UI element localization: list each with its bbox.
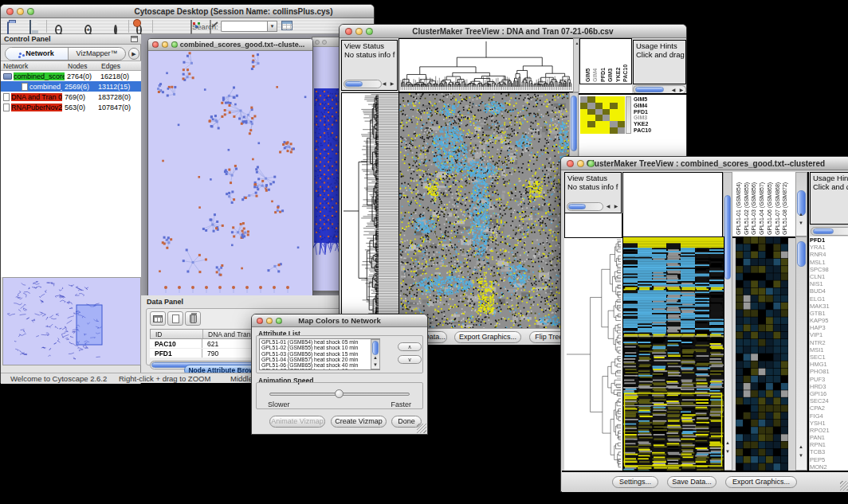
row-dendrogram[interactable]: [341, 92, 399, 330]
column-gene-label[interactable]: PFD1: [600, 68, 607, 82]
close-icon[interactable]: [567, 160, 574, 167]
row-gene-label[interactable]: YKE2: [634, 121, 685, 127]
tab-network[interactable]: Network: [6, 48, 69, 60]
row-gene-label[interactable]: PAC10: [634, 127, 685, 134]
gene-label[interactable]: MAK31: [810, 303, 848, 310]
close-icon[interactable]: [257, 318, 263, 324]
network-list-row[interactable]: RNAPuberNov2+|563(0)107847(0): [1, 102, 141, 112]
gene-label[interactable]: HAP3: [810, 324, 848, 331]
scrollbar-thumb[interactable]: [813, 229, 834, 234]
column-gene-label[interactable]: YKE2: [615, 68, 622, 82]
row-gene-label[interactable]: GIM3: [634, 115, 685, 121]
settings-button[interactable]: Settings...: [612, 476, 658, 488]
animate-vizmap-button[interactable]: Animate Vizmap: [269, 416, 325, 428]
matrix-cell[interactable]: [618, 96, 625, 103]
minimize-icon[interactable]: [355, 28, 363, 35]
matrix-cell[interactable]: [580, 109, 587, 115]
row-dendrogram[interactable]: [564, 238, 622, 471]
column-gene-label[interactable]: GIM4: [592, 68, 599, 82]
matrix-cell[interactable]: [587, 96, 595, 103]
save-data-button[interactable]: Save Data...: [667, 476, 716, 488]
attribute-list-item[interactable]: GPL51-06 (GSM865) heat shock 40 min: [261, 362, 379, 368]
gene-label[interactable]: PEP5: [810, 456, 848, 463]
search-input[interactable]: [221, 21, 267, 32]
matrix-cell[interactable]: [618, 121, 625, 127]
matrix-cell[interactable]: [610, 127, 617, 134]
scroll-down-icon[interactable]: [797, 220, 805, 227]
array-column-label[interactable]: GPL51-07 (GSM868): [775, 182, 781, 235]
scrollbar-thumb[interactable]: [571, 96, 577, 151]
detail-heatmap[interactable]: [736, 236, 788, 471]
move-up-button[interactable]: ∧: [398, 342, 422, 351]
gene-label[interactable]: PAN1: [810, 434, 848, 441]
gene-label[interactable]: PFD1: [810, 236, 848, 244]
tree-splitter[interactable]: [573, 38, 579, 92]
network-list-row[interactable]: combined_scores_2764(0)16218(0): [1, 71, 141, 81]
gene-label[interactable]: MSL1: [810, 259, 848, 266]
delete-attribute-icon-button[interactable]: [185, 311, 201, 326]
scroll-left-icon[interactable]: [380, 80, 388, 88]
view-status-hscrollbar[interactable]: [344, 80, 382, 88]
column-tree-area[interactable]: [622, 172, 723, 238]
column-gene-label[interactable]: GIM3: [607, 68, 614, 82]
array-column-label[interactable]: GPL51-04 (GSM857): [759, 182, 765, 235]
scroll-right-icon[interactable]: [388, 80, 396, 88]
col-edges[interactable]: Edges: [99, 61, 141, 70]
minimize-icon[interactable]: [322, 40, 327, 45]
minimize-icon[interactable]: [577, 160, 584, 167]
attribute-browser-icon[interactable]: [281, 21, 292, 30]
row-gene-label[interactable]: GIM5: [634, 96, 685, 103]
matrix-cell[interactable]: [603, 127, 610, 134]
matrix-cell[interactable]: [603, 96, 610, 103]
gene-label[interactable]: RPO21: [810, 427, 848, 434]
matrix-cell[interactable]: [580, 103, 587, 109]
export-graphics-button[interactable]: Export Graphics...: [454, 331, 521, 343]
maximize-icon[interactable]: [587, 160, 595, 167]
gene-label-list[interactable]: PFD1YRA1RNR4MSL1SPC98CLN1NIS1BUD4ELG1MAK…: [810, 236, 848, 471]
view-status-hscrollbar[interactable]: [567, 202, 603, 211]
maximize-icon[interactable]: [171, 41, 178, 48]
matrix-cell[interactable]: [595, 103, 603, 109]
attribute-list-item[interactable]: GPL51-07 (GSM868) heat shock 60 min: [261, 368, 379, 370]
gene-label[interactable]: RPN1: [810, 441, 848, 448]
matrix-cell[interactable]: [595, 127, 603, 134]
matrix-cell[interactable]: [618, 127, 625, 134]
network-graph-canvas[interactable]: [148, 51, 312, 297]
matrix-cell[interactable]: [618, 103, 625, 109]
gene-label[interactable]: HMG1: [810, 361, 848, 368]
attribute-list-item[interactable]: GPL51-02 (GSM855) heat shock 10 min: [261, 345, 379, 350]
matrix-cell[interactable]: [587, 121, 595, 127]
usage-hints-hscrollbar[interactable]: [811, 227, 848, 236]
birdseye-view[interactable]: [2, 277, 141, 365]
close-icon[interactable]: [315, 40, 320, 45]
matrix-cell[interactable]: [603, 103, 610, 109]
gene-label[interactable]: SEC24: [810, 397, 848, 404]
attribute-list[interactable]: GPL51-01 (GSM854) heat shock 05 minGPL51…: [259, 338, 380, 370]
attribute-list-item[interactable]: GPL51-04 (GSM857) heat shock 20 min: [261, 357, 379, 362]
array-column-label[interactable]: GPL51-08 (GSM872): [782, 182, 788, 235]
more-tabs-button[interactable]: ▶: [128, 48, 139, 60]
new-attribute-icon-button[interactable]: [167, 311, 183, 326]
gene-label[interactable]: GTB1: [810, 310, 848, 317]
scroll-up-icon[interactable]: [724, 440, 732, 447]
global-heatmap[interactable]: [622, 236, 724, 472]
matrix-cell[interactable]: [603, 121, 610, 127]
gene-label[interactable]: FIG4: [810, 412, 848, 420]
gene-label[interactable]: YRA1: [810, 244, 848, 251]
gene-label[interactable]: PUF3: [810, 376, 848, 383]
gene-label[interactable]: PHO81: [810, 368, 848, 375]
close-icon[interactable]: [345, 28, 352, 35]
array-column-label[interactable]: GPL51-06 (GSM865): [767, 182, 773, 235]
matrix-cell[interactable]: [610, 115, 617, 121]
gene-label[interactable]: MSI1: [810, 346, 848, 354]
attribute-list-vscrollbar[interactable]: [371, 339, 380, 369]
matrix-cell[interactable]: [580, 127, 587, 134]
matrix-cell[interactable]: [603, 115, 610, 121]
attribute-list-item[interactable]: GPL51-01 (GSM854) heat shock 05 min: [261, 339, 379, 345]
help-lifesaver-icon[interactable]: [134, 20, 140, 26]
array-column-label[interactable]: GPL51-01 (GSM854): [736, 182, 742, 235]
row-gene-label[interactable]: GIM4: [634, 103, 685, 109]
matrix-cell[interactable]: [580, 96, 587, 103]
gene-label[interactable]: SEC1: [810, 354, 848, 361]
scroll-down-icon[interactable]: [371, 361, 379, 369]
